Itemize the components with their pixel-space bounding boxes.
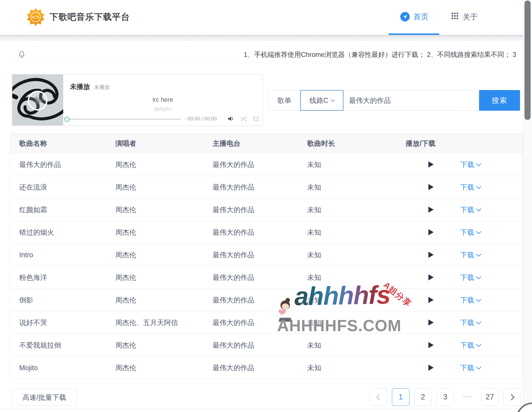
duration-cell: 未知 — [298, 160, 402, 169]
play-icon[interactable] — [428, 207, 434, 213]
download-button[interactable]: 下载 — [460, 228, 480, 237]
search-input-wrap — [343, 90, 479, 111]
time-label: - 00:00 / 00:00 — [184, 116, 217, 122]
footer-divider — [0, 409, 532, 409]
station-cell: 最伟大的作品 — [204, 273, 298, 282]
volume-icon[interactable] — [227, 115, 235, 122]
app-header: </> 下歌吧音乐下载平台 首页 关于 — [0, 0, 532, 35]
download-button[interactable]: 下载 — [460, 363, 480, 372]
site-title: 下歌吧音乐下载平台 — [50, 11, 130, 23]
play-cell — [402, 365, 460, 371]
station-cell: 最伟大的作品 — [204, 363, 298, 372]
table-header-row: 歌曲名称 演唱者 主播电台 歌曲时长 播放/下载 — [10, 134, 523, 153]
paper-plane-icon — [400, 12, 410, 21]
page-button-2[interactable]: 2 — [414, 388, 432, 406]
download-cell: 下载 — [460, 228, 523, 237]
chevron-down-icon — [331, 98, 335, 102]
progress-bar[interactable] — [67, 119, 181, 120]
page-ellipsis[interactable]: ••• — [459, 388, 476, 406]
search-input[interactable] — [343, 90, 479, 110]
duration-cell: 未知 — [298, 318, 402, 327]
download-button[interactable]: 下载 — [460, 273, 480, 282]
notice-marquee-text: 1、手机端推荐使用Chrome浏览器（兼容性最好）进行下载； 2、不同线路搜索结… — [244, 50, 516, 59]
play-icon[interactable] — [428, 161, 434, 168]
batch-download-button[interactable]: 高速/批量下载 — [12, 389, 77, 406]
station-cell: 最伟大的作品 — [204, 228, 298, 237]
artist-cell: 周杰伦 — [106, 295, 204, 305]
play-cell — [402, 342, 460, 348]
playlist-button[interactable]: 歌单 — [268, 90, 300, 111]
song-name-cell: 倒影 — [10, 295, 106, 305]
page-button-27[interactable]: 27 — [481, 388, 499, 406]
chevron-down-icon — [476, 342, 481, 347]
scrollbar-thumb[interactable] — [524, 1, 531, 120]
shuffle-icon[interactable] — [240, 115, 247, 122]
artist-cell: 周杰伦 — [106, 183, 204, 192]
duration-cell: 未知 — [298, 205, 402, 214]
station-cell: 最伟大的作品 — [204, 183, 298, 192]
song-name-cell: Mojito — [10, 364, 106, 372]
chevron-down-icon — [476, 251, 481, 256]
play-cell — [402, 274, 460, 280]
play-icon[interactable] — [428, 365, 434, 371]
table-row: 倒影 周杰伦 最伟大的作品 未知 下载 — [10, 289, 523, 311]
playlist-button-label: 歌单 — [277, 96, 291, 105]
download-button[interactable]: 下载 — [460, 205, 480, 214]
download-cell: 下载 — [460, 160, 523, 169]
nav-about[interactable]: 关于 — [451, 12, 478, 22]
download-button[interactable]: 下载 — [460, 318, 480, 327]
nav-home-label: 首页 — [413, 12, 428, 22]
table-row: Intro 周杰伦 最伟大的作品 未知 下载 — [10, 244, 523, 266]
station-cell: 最伟大的作品 — [204, 341, 298, 350]
download-cell: 下载 — [460, 341, 523, 350]
table-row: Mojito 周杰伦 最伟大的作品 未知 下载 — [10, 357, 523, 379]
download-button[interactable]: 下载 — [460, 295, 480, 305]
grid-icon — [451, 12, 459, 22]
logo-icon[interactable]: </> — [26, 8, 45, 26]
table-row: 红颜如霜 周杰伦 最伟大的作品 未知 下载 — [10, 198, 523, 221]
duration-cell: 未知 — [298, 295, 402, 305]
duration-cell: 未知 — [298, 341, 402, 350]
loop-icon[interactable] — [252, 115, 260, 122]
play-icon[interactable] — [428, 342, 434, 348]
audio-player: 未播放 未播放 lrc here aplayer - 00:00 / 00:00 — [12, 74, 263, 126]
play-icon[interactable] — [428, 297, 434, 303]
station-cell: 最伟大的作品 — [204, 295, 298, 305]
chevron-left-icon — [376, 394, 382, 400]
table-row: 粉色海洋 周杰伦 最伟大的作品 未知 下载 — [10, 266, 523, 289]
download-button[interactable]: 下载 — [460, 160, 480, 169]
route-select[interactable]: 线路C — [300, 90, 343, 111]
nav-home[interactable]: 首页 — [400, 12, 428, 22]
download-button[interactable]: 下载 — [460, 341, 480, 350]
page-button-3[interactable]: 3 — [436, 388, 454, 406]
table-row: 错过的烟火 周杰伦 最伟大的作品 未知 下载 — [10, 221, 523, 244]
play-icon[interactable] — [428, 229, 434, 235]
header-shadow-band — [0, 35, 532, 41]
prev-page-button[interactable] — [370, 388, 387, 406]
player-song-title: 未播放 — [70, 82, 90, 91]
chevron-down-icon — [476, 364, 481, 369]
download-cell: 下载 — [460, 183, 523, 192]
station-cell: 最伟大的作品 — [204, 250, 298, 260]
page-button-1[interactable]: 1 — [392, 388, 409, 406]
col-actions: 播放/下载 — [402, 139, 460, 148]
artist-cell: 周杰伦 — [106, 341, 204, 350]
song-table: 歌曲名称 演唱者 主播电台 歌曲时长 播放/下载 最伟大的作品 周杰伦 最伟大的… — [10, 133, 523, 379]
download-cell: 下载 — [460, 273, 523, 282]
download-cell: 下载 — [460, 205, 523, 214]
play-icon[interactable] — [428, 184, 434, 190]
search-button[interactable]: 搜索 — [479, 90, 520, 111]
play-icon[interactable] — [428, 252, 434, 258]
song-name-cell: 还在流浪 — [10, 183, 106, 192]
svg-text:</>: </> — [32, 15, 39, 20]
artist-cell: 周杰伦 — [106, 228, 204, 237]
duration-cell: 未知 — [298, 250, 402, 260]
artist-cell: 周杰伦 — [106, 250, 204, 260]
album-art[interactable] — [12, 74, 63, 125]
progress-thumb[interactable] — [64, 117, 69, 122]
next-page-button[interactable] — [503, 388, 521, 406]
download-button[interactable]: 下载 — [460, 250, 480, 260]
download-button[interactable]: 下载 — [460, 183, 480, 192]
play-icon[interactable] — [428, 274, 434, 280]
play-icon[interactable] — [428, 319, 434, 326]
